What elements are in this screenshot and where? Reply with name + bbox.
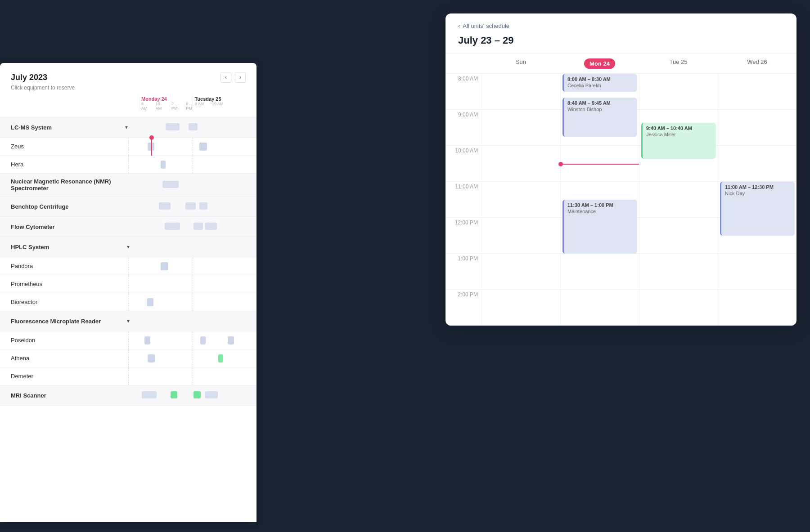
equipment-list: LC-MS System ▾ Zeus — [0, 117, 256, 522]
event-winston-time: 8:40 AM – 9:45 AM — [567, 100, 634, 106]
group-flow[interactable]: Flow Cytometer — [0, 217, 256, 237]
group-lc-ms-label: LC-MS System — [11, 124, 125, 131]
cal-day-tue: Tue 25 — [639, 54, 718, 73]
event-winston-name: Winston Bishop — [567, 107, 634, 112]
event-jessica-name: Jessica Miller — [646, 132, 712, 137]
day1-label: Monday 24 — [140, 96, 193, 102]
event-maintenance-name: Maintenance — [567, 209, 634, 214]
wed-label: Wed 26 — [747, 58, 767, 65]
athena-day1 — [128, 349, 193, 367]
prometheus-label: Prometheus — [0, 281, 128, 287]
tue-label: Tue 25 — [670, 58, 688, 65]
bioreactor-label: Bioreactor — [0, 299, 128, 305]
poseidon-label: Poseidon — [0, 337, 128, 344]
equipment-demeter[interactable]: Demeter — [0, 367, 256, 385]
tuesday-col[interactable]: 9:40 AM – 10:40 AM Jessica Miller — [639, 74, 718, 326]
event-jessica[interactable]: 9:40 AM – 10:40 AM Jessica Miller — [641, 123, 716, 159]
back-chevron-icon: ‹ — [458, 22, 460, 29]
cal-day-wed: Wed 26 — [718, 54, 796, 73]
left-header: July 2023 ‹ › Click equipment to reserve… — [0, 63, 256, 117]
back-label: All units' schedule — [463, 22, 509, 29]
equipment-pandora[interactable]: Pandora — [0, 257, 256, 275]
athena-timeline — [128, 349, 256, 367]
demeter-label: Demeter — [0, 373, 128, 380]
month-title: July 2023 — [11, 73, 47, 82]
event-jessica-time: 9:40 AM – 10:40 AM — [646, 125, 712, 131]
right-header: ‹ All units' schedule July 23 – 29 — [446, 13, 796, 54]
time-2pm: 2:00 PM — [446, 290, 482, 326]
event-cecelia-time: 8:00 AM – 8:30 AM — [567, 76, 634, 82]
chevron-left-icon: ‹ — [225, 74, 227, 80]
demeter-timeline — [128, 367, 256, 385]
poseidon-timeline — [128, 331, 256, 349]
event-cecelia-name: Cecelia Parekh — [567, 83, 634, 88]
athena-label: Athena — [0, 355, 128, 362]
time-9am: 9:00 AM — [446, 110, 482, 146]
zeus-timeline — [128, 138, 256, 156]
poseidon-day2 — [193, 331, 257, 349]
mon-badge: Mon 24 — [584, 58, 615, 69]
event-nick-name: Nick Day — [725, 191, 791, 196]
time-10am: 10:00 AM — [446, 146, 482, 182]
event-winston[interactable]: 8:40 AM – 9:45 AM Winston Bishop — [562, 98, 637, 137]
hera-label: Hera — [0, 161, 128, 168]
day2-label: Tuesday 25 — [193, 96, 246, 102]
group-flow-label: Flow Cytometer — [11, 224, 126, 230]
cal-day-sun: Sun — [482, 54, 560, 73]
time-tick-1: 6 AM — [141, 102, 148, 111]
monday-col[interactable]: 8:00 AM – 8:30 AM Cecelia Parekh 8:40 AM… — [560, 74, 639, 326]
equipment-poseidon[interactable]: Poseidon — [0, 331, 256, 349]
equipment-hera[interactable]: Hera — [0, 156, 256, 174]
group-nmr-label: Nuclear Magnetic Resonance (NMR) Spectro… — [11, 178, 126, 192]
group-centrifuge[interactable]: Benchtop Centrifuge — [0, 197, 256, 217]
prometheus-day1 — [128, 275, 193, 293]
event-maintenance[interactable]: 11:30 AM – 1:00 PM Maintenance — [562, 200, 637, 254]
time-column: 8:00 AM 9:00 AM 10:00 AM 11:00 AM 12:00 … — [446, 74, 482, 326]
equipment-athena[interactable]: Athena — [0, 349, 256, 367]
prev-month-button[interactable]: ‹ — [220, 72, 231, 83]
pandora-day1 — [128, 257, 193, 275]
group-mri[interactable]: MRI Scanner — [0, 385, 256, 406]
time-tick-4: 6 PM — [186, 102, 192, 111]
bioreactor-timeline — [128, 293, 256, 311]
prometheus-timeline — [128, 275, 256, 293]
time-tick-3: 2 PM — [171, 102, 178, 111]
event-nick-time: 11:00 AM – 12:30 PM — [725, 184, 791, 190]
back-link[interactable]: ‹ All units' schedule — [458, 22, 784, 29]
equipment-prometheus[interactable]: Prometheus — [0, 275, 256, 293]
time-1pm: 1:00 PM — [446, 254, 482, 290]
time-12pm: 12:00 PM — [446, 218, 482, 254]
group-fluorescence[interactable]: Fluorescence Microplate Reader ▾ — [0, 311, 256, 331]
group-centrifuge-label: Benchtop Centrifuge — [11, 203, 126, 210]
next-month-button[interactable]: › — [235, 72, 246, 83]
zeus-day1 — [128, 138, 193, 156]
day-headers-row: Sun Mon 24 Tue 25 Wed 26 — [446, 54, 796, 74]
athena-day2 — [193, 349, 257, 367]
sunday-col[interactable] — [482, 74, 560, 326]
event-nick[interactable]: 11:00 AM – 12:30 PM Nick Day — [720, 182, 795, 236]
time-tick-2: 10 AM — [156, 102, 163, 111]
time-col-spacer — [446, 54, 482, 73]
group-fluorescence-label: Fluorescence Microplate Reader — [11, 318, 127, 325]
prometheus-day2 — [193, 275, 257, 293]
equipment-bioreactor[interactable]: Bioreactor — [0, 293, 256, 311]
group-lc-ms[interactable]: LC-MS System ▾ — [0, 117, 256, 138]
nav-arrows: ‹ › — [220, 72, 246, 83]
bioreactor-day1 — [128, 293, 193, 311]
zeus-label: Zeus — [0, 143, 128, 150]
equipment-zeus[interactable]: Zeus — [0, 138, 256, 156]
wednesday-col[interactable]: 11:00 AM – 12:30 PM Nick Day — [718, 74, 796, 326]
pandora-day2 — [193, 257, 257, 275]
current-time-indicator — [561, 164, 639, 165]
time-dot — [558, 162, 563, 166]
calendar-grid: 8:00 AM 9:00 AM 10:00 AM 11:00 AM 12:00 … — [446, 74, 796, 326]
group-nmr[interactable]: Nuclear Magnetic Resonance (NMR) Spectro… — [0, 174, 256, 197]
event-cecelia[interactable]: 8:00 AM – 8:30 AM Cecelia Parekh — [562, 74, 637, 92]
cal-day-mon: Mon 24 — [560, 54, 639, 73]
group-hplc[interactable]: HPLC System ▾ — [0, 237, 256, 257]
chevron-down-icon: ▾ — [125, 124, 128, 130]
calendar-title: July 23 – 29 — [458, 35, 784, 46]
event-maintenance-time: 11:30 AM – 1:00 PM — [567, 202, 634, 208]
right-panel: ‹ All units' schedule July 23 – 29 Sun M… — [446, 13, 796, 326]
pandora-timeline — [128, 257, 256, 275]
